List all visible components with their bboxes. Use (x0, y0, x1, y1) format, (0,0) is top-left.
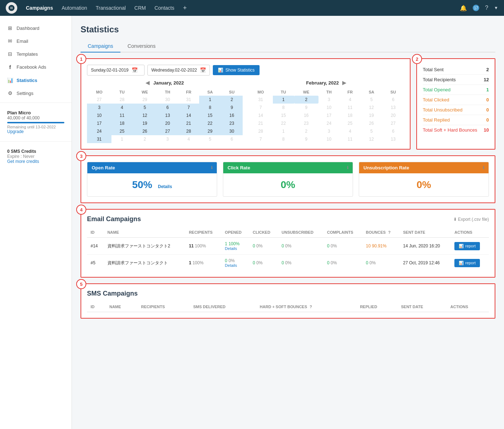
cal-day[interactable]: 29 (133, 96, 157, 104)
cal-day[interactable]: 5 (199, 135, 221, 143)
cal-day[interactable]: 2 (294, 127, 319, 135)
cal-day[interactable]: 5 (361, 96, 382, 104)
cal-day[interactable]: 10 (319, 104, 340, 111)
cal-day[interactable]: 24 (319, 119, 340, 127)
cal-day[interactable]: 25 (111, 127, 133, 135)
cal-day[interactable]: 28 (178, 127, 199, 135)
brand-logo[interactable] (6, 2, 17, 14)
cal-day[interactable]: 9 (294, 104, 319, 111)
cal-day[interactable]: 29 (199, 127, 221, 135)
cal-day[interactable]: 12 (133, 111, 157, 119)
cal-day[interactable]: 13 (157, 111, 178, 119)
cal-day[interactable]: 11 (111, 111, 133, 119)
sidebar-item-email[interactable]: ✉ Email (0, 35, 72, 47)
cal-day[interactable]: 28 (248, 127, 273, 135)
nav-contacts[interactable]: Contacts (155, 4, 174, 12)
cal-day[interactable]: 9 (294, 135, 319, 143)
nav-transactional[interactable]: Transactional (96, 4, 126, 12)
cal-day[interactable]: 26 (133, 127, 157, 135)
cal-day[interactable]: 7 (248, 104, 273, 111)
next-month-button[interactable]: ▶ (342, 80, 346, 86)
cal-day[interactable]: 27 (382, 119, 404, 127)
cal-day[interactable]: 14 (178, 111, 199, 119)
cal-day[interactable]: 30 (157, 96, 178, 104)
cal-day[interactable]: 3 (319, 127, 340, 135)
bounces-info-icon[interactable]: ? (388, 230, 391, 234)
cal-day[interactable]: 9 (221, 104, 243, 111)
nav-automation[interactable]: Automation (61, 4, 87, 12)
cal-day[interactable]: 17 (87, 119, 111, 127)
cal-day[interactable]: 3 (319, 96, 340, 104)
prev-month-button[interactable]: ◀ (146, 80, 150, 86)
cal-day[interactable]: 5 (361, 127, 382, 135)
cal-day[interactable]: 18 (111, 119, 133, 127)
cal-day[interactable]: 10 (319, 135, 340, 143)
cal-day[interactable]: 7 (178, 104, 199, 111)
nav-crm[interactable]: CRM (134, 4, 146, 12)
opened-details-link[interactable]: Details (225, 246, 246, 251)
cal-day[interactable]: 7 (248, 135, 273, 143)
cal-day[interactable]: 6 (382, 96, 404, 104)
cal-day[interactable]: 22 (273, 119, 294, 127)
cal-day[interactable]: 20 (157, 119, 178, 127)
cal-day[interactable]: 1 (273, 127, 294, 135)
calendar-end-icon[interactable]: 📅 (200, 67, 206, 73)
cal-day[interactable]: 2 (133, 135, 157, 143)
cal-day[interactable]: 3 (87, 104, 111, 111)
open-rate-info-icon[interactable]: ℹ (211, 165, 212, 170)
cal-day[interactable]: 19 (361, 111, 382, 119)
cal-day[interactable]: 6 (382, 127, 404, 135)
cal-day[interactable]: 25 (339, 119, 361, 127)
cal-day[interactable]: 4 (178, 135, 199, 143)
cal-day[interactable]: 8 (273, 104, 294, 111)
cal-day[interactable]: 13 (382, 135, 404, 143)
sidebar-item-templates[interactable]: ⊟ Templates (0, 47, 72, 60)
cal-day[interactable]: 21 (248, 119, 273, 127)
cal-day[interactable]: 5 (133, 104, 157, 111)
cal-day[interactable]: 20 (382, 111, 404, 119)
sidebar-item-settings[interactable]: ⚙ Settings (0, 87, 72, 100)
cal-day[interactable]: 31 (248, 96, 273, 104)
cal-day[interactable]: 8 (199, 104, 221, 111)
end-date-input[interactable]: Wednesday.02-02-2022 📅 (147, 65, 210, 76)
cal-day[interactable]: 4 (339, 96, 361, 104)
cal-day[interactable]: 4 (111, 104, 133, 111)
nav-campaigns[interactable]: Campaigns (26, 4, 53, 12)
cal-day[interactable]: 1 (111, 135, 133, 143)
cal-day[interactable]: 23 (221, 119, 243, 127)
upgrade-link[interactable]: Upgrade (7, 129, 64, 134)
cal-day[interactable]: 6 (157, 104, 178, 111)
start-date-input[interactable]: Sunday.02-01-2019 📅 (87, 65, 145, 76)
cal-day[interactable]: 15 (273, 111, 294, 119)
cal-day[interactable]: 27 (87, 96, 111, 104)
user-menu-chevron-icon[interactable]: ▼ (494, 5, 498, 10)
notification-bell-icon[interactable]: 🔔 (460, 5, 467, 12)
report-button[interactable]: 📊 report (454, 259, 480, 267)
cal-day[interactable]: 23 (294, 119, 319, 127)
cal-day[interactable]: 15 (199, 111, 221, 119)
cal-day[interactable]: 4 (339, 127, 361, 135)
cal-day[interactable]: 12 (361, 135, 382, 143)
cal-day[interactable]: 8 (273, 135, 294, 143)
cal-day[interactable]: 1 (273, 96, 294, 104)
cal-day[interactable]: 11 (339, 135, 361, 143)
sidebar-item-facebook-ads[interactable]: f Facebook Ads (0, 60, 72, 74)
cal-day[interactable]: 18 (339, 111, 361, 119)
nav-plus-button[interactable]: + (183, 4, 187, 12)
cal-day[interactable]: 2 (294, 96, 319, 104)
cal-day[interactable]: 31 (87, 135, 111, 143)
cal-day[interactable]: 22 (199, 119, 221, 127)
cal-day[interactable]: 3 (157, 135, 178, 143)
cal-day[interactable]: 21 (178, 119, 199, 127)
help-icon[interactable]: ? (485, 5, 488, 11)
sidebar-item-statistics[interactable]: 📊 Statistics (0, 74, 72, 87)
report-button[interactable]: 📊 report (454, 242, 480, 250)
cal-day[interactable]: 19 (133, 119, 157, 127)
tab-campaigns[interactable]: Campaigns (81, 40, 120, 53)
cal-day[interactable]: 16 (294, 111, 319, 119)
sidebar-item-dashboard[interactable]: ⊞ Dashboard (0, 22, 72, 35)
cal-day[interactable]: 26 (361, 119, 382, 127)
show-statistics-button[interactable]: 📊 Show Statistics (213, 65, 260, 75)
cal-day[interactable]: 12 (361, 104, 382, 111)
cal-day[interactable]: 16 (221, 111, 243, 119)
